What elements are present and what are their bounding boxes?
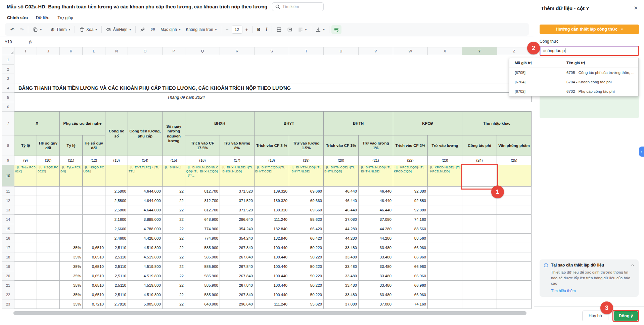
column-header-W[interactable]: W	[393, 47, 428, 55]
cell-U10[interactable]: =[L_BHTN.CQĐ]+[TL_BHTN.CQĐ]	[324, 165, 359, 187]
cell-Y6[interactable]	[462, 102, 497, 112]
cell-Z21[interactable]	[497, 281, 532, 290]
cell-Z15[interactable]	[497, 224, 532, 234]
cell-N23[interactable]: 2,7810	[105, 299, 128, 309]
cell-T14[interactable]: 55.620	[289, 215, 324, 224]
cell-J17[interactable]	[37, 243, 60, 252]
cell-X1[interactable]	[428, 55, 462, 65]
row-header-10[interactable]: 10	[2, 165, 14, 187]
cell-K23[interactable]: 35%	[60, 299, 83, 309]
row-header-19[interactable]: 19	[2, 262, 14, 271]
sub-header-10[interactable]: Trích vào CF 2%	[393, 135, 428, 156]
cell-I3[interactable]	[14, 74, 37, 83]
cell-Q23[interactable]: 648.900	[185, 299, 220, 309]
cell-Q14[interactable]: 648.900	[185, 215, 220, 224]
cell-R23[interactable]: 296.640	[220, 299, 255, 309]
group-header-3[interactable]: Cộng tiền lương, phụ cấp	[128, 112, 163, 156]
cell-J15[interactable]	[37, 224, 60, 234]
cell-X17[interactable]	[428, 243, 462, 252]
row-header-23[interactable]: 23	[2, 299, 14, 309]
cell-N10[interactable]	[105, 165, 128, 187]
cell-Z22[interactable]	[497, 290, 532, 299]
column-number-7[interactable]: (16)	[185, 156, 220, 165]
row-header-21[interactable]: 21	[2, 281, 14, 290]
cell-Y23[interactable]	[462, 299, 497, 309]
cell-R10[interactable]: =[L_BHXH.NLĐĐ]+[TL_BHXH.NLĐĐ]	[220, 165, 255, 187]
cell-V3[interactable]	[359, 74, 393, 83]
cell-W21[interactable]: 66.960	[393, 281, 428, 290]
cell-V1[interactable]	[359, 55, 393, 65]
cell-N1[interactable]	[105, 55, 128, 65]
cell-W18[interactable]: 66.960	[393, 252, 428, 262]
cell-X12[interactable]	[428, 196, 462, 205]
sub-header-4[interactable]: Trích vào CF 17.5%	[185, 135, 220, 156]
sub-header-11[interactable]: Trừ vào lương	[428, 135, 462, 156]
cell-I15[interactable]	[14, 224, 37, 234]
cell-I23[interactable]	[14, 299, 37, 309]
cell-V19[interactable]: 33.480	[359, 262, 393, 271]
column-header-Y[interactable]: Y	[462, 47, 497, 55]
cell-I19[interactable]	[14, 262, 37, 271]
row-header-2[interactable]: 2	[2, 65, 14, 74]
cell-K12[interactable]	[60, 196, 83, 205]
cell-L3[interactable]	[83, 74, 105, 83]
cell-K11[interactable]	[60, 187, 83, 196]
cell-V11[interactable]: 46.440	[359, 187, 393, 196]
cell-N17[interactable]: 2,5110	[105, 243, 128, 252]
cell-L18[interactable]: 0,6510	[83, 252, 105, 262]
cell-W3[interactable]	[393, 74, 428, 83]
sub-header-2[interactable]: Tỷ lệ	[60, 135, 83, 156]
cell-J12[interactable]	[37, 196, 60, 205]
sub-header-7[interactable]: Trừ vào lương 1.5%	[289, 135, 324, 156]
sub-header-6[interactable]: Trích vào CF 3 %	[255, 135, 289, 156]
cell-N11[interactable]: 2,5800	[105, 187, 128, 196]
cell-U18[interactable]: 33.480	[324, 252, 359, 262]
cell-V21[interactable]: 33.480	[359, 281, 393, 290]
cell-T2[interactable]	[289, 65, 324, 74]
cell-R15[interactable]: 354.240	[220, 224, 255, 234]
horizontal-align-button[interactable]: ▾	[295, 25, 309, 34]
borders-button[interactable]	[274, 25, 284, 34]
cell-T13[interactable]: 69.660	[289, 205, 324, 215]
cell-V15[interactable]: 44.280	[359, 224, 393, 234]
cell-N2[interactable]	[105, 65, 128, 74]
row-header-4[interactable]: 4	[2, 83, 14, 93]
cell-X15[interactable]	[428, 224, 462, 234]
column-header-L[interactable]: L	[83, 47, 105, 55]
cell-P6[interactable]	[163, 102, 185, 112]
show-hide-button[interactable]: Ẩn/Hiện ▾	[104, 25, 133, 34]
sub-header-8[interactable]: Trích vào CF 1%	[324, 135, 359, 156]
cell-L6[interactable]	[83, 102, 105, 112]
row-header-12[interactable]: 12	[2, 196, 14, 205]
cell-O11[interactable]: 4.644.000	[128, 187, 163, 196]
cell-Y18[interactable]	[462, 252, 497, 262]
row-header-9[interactable]: 9	[2, 156, 14, 165]
decimal-button[interactable]: 00	[148, 26, 157, 33]
cell-W2[interactable]	[393, 65, 428, 74]
column-header-R[interactable]: R	[220, 47, 255, 55]
cell-V16[interactable]: 44.280	[359, 234, 393, 243]
cell-W14[interactable]: 74.160	[393, 215, 428, 224]
cell-U22[interactable]: 33.480	[324, 290, 359, 299]
column-header-N[interactable]: N	[105, 47, 128, 55]
suggest-row-6704[interactable]: [6704]6704 - Khoản công tác phí	[509, 77, 638, 87]
cell-I22[interactable]	[14, 290, 37, 299]
cell-W23[interactable]: 74.160	[393, 299, 428, 309]
cell-N13[interactable]: 2,5800	[105, 205, 128, 215]
cell-L13[interactable]	[83, 205, 105, 215]
cell-R22[interactable]: 267.840	[220, 290, 255, 299]
cell-K19[interactable]: 35%	[60, 262, 83, 271]
cell-S23[interactable]: 111.240	[255, 299, 289, 309]
cell-S3[interactable]	[255, 74, 289, 83]
row-header-6[interactable]: 6	[2, 102, 14, 112]
cell-P16[interactable]: 22	[163, 234, 185, 243]
cell-Z12[interactable]	[497, 196, 532, 205]
wrap-text-button[interactable]	[331, 25, 341, 34]
cell-I14[interactable]	[14, 215, 37, 224]
cell-Y14[interactable]	[462, 215, 497, 224]
sub-header-13[interactable]: Văn phòng phẩm	[497, 135, 532, 156]
cell-Q13[interactable]: 812.700	[185, 205, 220, 215]
sub-header-3[interactable]: Hệ số quy đổi	[83, 135, 105, 156]
cell-L23[interactable]: 0,7210	[83, 299, 105, 309]
cell-Y13[interactable]	[462, 205, 497, 215]
